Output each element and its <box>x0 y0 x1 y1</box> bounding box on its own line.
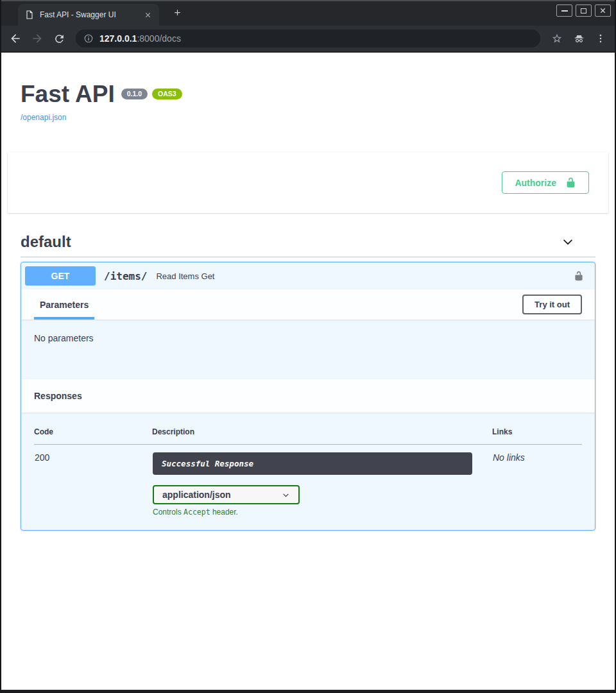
response-code: 200 <box>34 445 152 518</box>
browser-tab-strip: Fast API - Swagger UI <box>1 0 615 26</box>
parameters-header: Parameters Try it out <box>21 289 595 320</box>
incognito-icon <box>573 33 585 45</box>
version-badge: 0.1.0 <box>121 89 148 99</box>
auth-lock-button[interactable] <box>574 271 584 281</box>
parameters-label: Parameters <box>40 300 89 310</box>
profile-incognito-button[interactable] <box>569 28 589 49</box>
parameters-body: No parameters <box>21 320 595 379</box>
chevron-down-icon[interactable] <box>561 235 575 249</box>
api-badges: 0.1.0 OAS3 <box>121 89 182 99</box>
browser-window: Fast API - Swagger UI <box>0 0 616 693</box>
hint-code: Accept <box>184 508 210 517</box>
authorize-button[interactable]: Authorize <box>502 171 589 194</box>
kebab-menu-icon <box>595 33 606 44</box>
operation-path: /items/ <box>104 270 147 282</box>
column-header-description: Description <box>152 421 492 445</box>
browser-menu-button[interactable] <box>590 28 611 49</box>
operation-get-items: GET /items/ Read Items Get Parameters Tr… <box>21 262 595 531</box>
media-type-value: application/json <box>162 490 231 500</box>
column-header-links: Links <box>492 421 582 445</box>
maximize-icon <box>581 8 586 13</box>
close-button[interactable] <box>595 4 611 17</box>
url-host: 127.0.0.1 <box>99 33 137 44</box>
minimize-button[interactable] <box>556 4 572 17</box>
page-document-icon <box>24 10 35 20</box>
openapi-spec-link[interactable]: /openapi.json <box>21 113 66 122</box>
tab-parameters[interactable]: Parameters <box>34 289 94 320</box>
tab-title: Fast API - Swagger UI <box>40 10 137 19</box>
forward-button[interactable] <box>27 28 47 49</box>
page-title: Fast API <box>21 80 115 108</box>
responses-title: Responses <box>34 391 82 401</box>
no-parameters-text: No parameters <box>34 333 94 343</box>
media-type-select[interactable]: application/json <box>153 485 300 504</box>
select-chevron-icon <box>282 491 290 499</box>
hint-prefix: Controls <box>153 508 184 517</box>
star-icon <box>551 33 563 44</box>
tag-title: default <box>21 233 71 251</box>
browser-toolbar: 127.0.0.1:8000/docs <box>1 26 615 53</box>
reload-button[interactable] <box>49 28 69 49</box>
tag-header[interactable]: default <box>21 233 595 257</box>
bookmark-button[interactable] <box>547 28 567 49</box>
oas3-badge: OAS3 <box>152 89 182 99</box>
response-description: Successful Response <box>153 452 472 475</box>
scheme-container: Authorize <box>8 152 608 213</box>
reload-icon <box>53 33 65 45</box>
url-path: :8000/docs <box>137 33 181 44</box>
responses-body: Code Description Links 200 Successful Re… <box>21 413 595 530</box>
back-arrow-icon <box>9 32 22 45</box>
info-icon <box>83 33 94 44</box>
browser-tab[interactable]: Fast API - Swagger UI <box>18 4 159 26</box>
unlocked-padlock-icon <box>565 177 576 188</box>
api-info: Fast API 0.1.0 OAS3 /openapi.json <box>1 53 615 123</box>
response-links: No links <box>492 445 582 518</box>
tag-section-default: default GET /items/ Read Items Get <box>21 233 595 531</box>
authorize-label: Authorize <box>515 178 556 188</box>
minimize-icon <box>561 10 568 12</box>
new-tab-button[interactable] <box>169 4 185 20</box>
response-row-200: 200 Successful Response application/json… <box>34 445 582 518</box>
try-it-out-button[interactable]: Try it out <box>522 295 582 314</box>
url-text: 127.0.0.1:8000/docs <box>99 33 181 44</box>
responses-table: Code Description Links 200 Successful Re… <box>34 421 582 517</box>
close-icon <box>599 7 606 14</box>
address-bar[interactable]: 127.0.0.1:8000/docs <box>76 30 540 47</box>
window-controls <box>556 4 611 17</box>
operation-summary-text: Read Items Get <box>156 271 214 281</box>
back-button[interactable] <box>5 28 26 49</box>
responses-header: Responses <box>21 379 595 413</box>
hint-suffix: header. <box>210 508 238 517</box>
operation-summary[interactable]: GET /items/ Read Items Get <box>21 262 595 289</box>
tab-close-icon[interactable] <box>142 10 153 20</box>
forward-arrow-icon <box>31 32 44 45</box>
response-description-cell: Successful Response application/json Con… <box>152 445 492 518</box>
swagger-page: Fast API 0.1.0 OAS3 /openapi.json Author… <box>1 53 615 690</box>
column-header-code: Code <box>34 421 152 445</box>
unlocked-padlock-icon <box>574 271 584 281</box>
maximize-button[interactable] <box>576 4 592 17</box>
method-badge: GET <box>25 266 96 286</box>
accept-header-hint: Controls Accept header. <box>153 508 492 517</box>
